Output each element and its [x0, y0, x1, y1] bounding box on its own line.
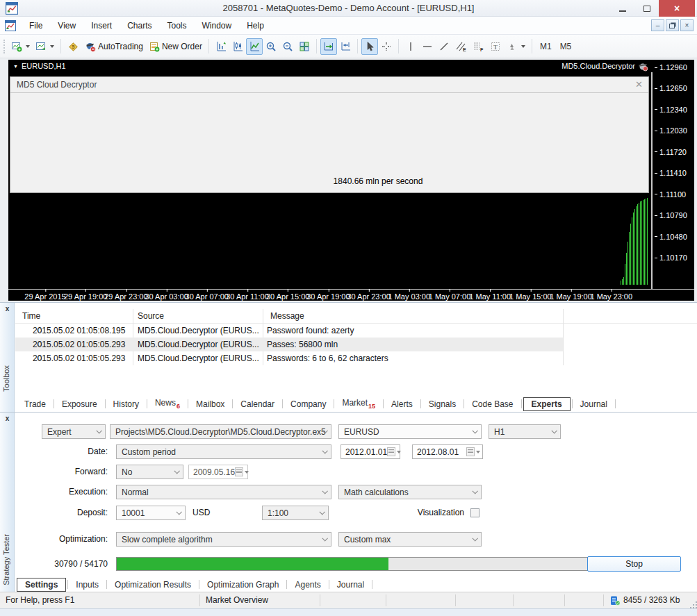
vertical-line-button[interactable] [402, 38, 419, 55]
toolbox-tab-exposure[interactable]: Exposure [56, 397, 104, 411]
execution-mode-select[interactable]: Normal [116, 485, 331, 499]
symbol-select[interactable]: EURUSD [338, 424, 482, 439]
tester-tab-journal[interactable]: Journal [331, 578, 370, 592]
price-axis[interactable]: 1.129601.126501.123401.120301.117201.114… [655, 60, 694, 289]
tester-tab-agents[interactable]: Agents [288, 578, 327, 592]
tester-tab-optimization-results[interactable]: Optimization Results [108, 578, 197, 592]
toolbar-grip[interactable] [3, 40, 6, 53]
timeframe-m1-button[interactable]: M1 [536, 42, 556, 51]
log-row[interactable]: 2015.05.02 01:05:05.293 MD5.Cloud.Decryp… [15, 351, 563, 365]
date-from-field[interactable]: 2012.01.01 [341, 444, 400, 459]
period-select[interactable]: H1 [489, 424, 561, 439]
period-value: H1 [494, 427, 505, 437]
stop-button[interactable]: Stop [587, 556, 681, 572]
chevron-down-icon[interactable] [397, 451, 401, 453]
crosshair-button[interactable] [378, 38, 395, 55]
timeframe-m5-button[interactable]: M5 [556, 42, 576, 51]
time-axis[interactable]: 29 Apr 201529 Apr 19:0029 Apr 23:0030 Ap… [8, 290, 694, 301]
date-to-field[interactable]: 2012.08.01 [412, 444, 483, 459]
menu-file[interactable]: File [22, 17, 50, 35]
close-button[interactable]: × [659, 0, 695, 17]
expert-path-select[interactable]: Projects\MD5.Cloud.Decryptor\MD5.Cloud.D… [110, 424, 331, 439]
equidistant-channel-button[interactable]: E [452, 38, 470, 55]
new-chart-button[interactable] [8, 38, 33, 55]
menu-help[interactable]: Help [239, 17, 272, 35]
trendline-button[interactable] [436, 38, 452, 55]
bar-chart-button[interactable] [213, 38, 229, 55]
leverage-select[interactable]: 1:100 [262, 506, 329, 520]
toolbox-tab-experts[interactable]: Experts [523, 397, 571, 411]
menu-window[interactable]: Window [195, 17, 240, 35]
toolbox-tab-trade[interactable]: Trade [18, 397, 52, 411]
fibonacci-button[interactable]: F [470, 38, 487, 55]
zoom-in-button[interactable] [263, 38, 279, 55]
graphic-objects-button[interactable] [504, 38, 528, 55]
menu-tools[interactable]: Tools [160, 17, 195, 35]
tab-label: Optimization Graph [207, 580, 279, 590]
expert-type-select[interactable]: Expert [42, 424, 106, 439]
new-order-button[interactable]: New Order [146, 38, 205, 55]
autotrading-button[interactable]: AutoTrading [82, 38, 146, 55]
maximize-button[interactable] [635, 0, 659, 17]
toolbox-tab-calendar[interactable]: Calendar [234, 397, 281, 411]
tab-separator [329, 580, 329, 589]
toolbox-close-icon[interactable]: x [0, 305, 15, 313]
chart-canvas[interactable]: ▼ EURUSD,H1 MD5.Cloud.Decryptor MD5 Clou… [8, 60, 694, 301]
one-click-trading-toggle[interactable]: ▼ [13, 64, 18, 69]
toolbox-tab-company[interactable]: Company [284, 397, 332, 411]
minimize-button[interactable] [610, 0, 635, 17]
tester-tab-inputs[interactable]: Inputs [69, 578, 105, 592]
tester-tab-settings[interactable]: Settings [17, 578, 66, 592]
new-chart-icon [11, 41, 22, 52]
chevron-down-icon[interactable] [245, 471, 249, 474]
chart-window-icon[interactable] [5, 20, 16, 31]
column-header-source[interactable]: Source [138, 309, 164, 323]
chart-shift-button[interactable] [337, 38, 354, 55]
forward-mode-select[interactable]: No [116, 465, 183, 479]
mql5-button[interactable]: 5 [65, 38, 82, 55]
tester-close-icon[interactable]: x [0, 415, 15, 422]
calculation-mode-select[interactable]: Math calculations [338, 485, 482, 499]
horizontal-line-button[interactable] [419, 38, 436, 55]
toolbox-tab-market[interactable]: Market15 [336, 396, 382, 412]
toolbox-tab-signals[interactable]: Signals [423, 397, 462, 411]
visualization-checkbox[interactable] [470, 508, 479, 517]
chevron-down-icon[interactable] [476, 451, 480, 453]
toolbox-tab-alerts[interactable]: Alerts [385, 397, 419, 411]
mdi-minimize-button[interactable]: – [651, 19, 664, 31]
column-header-message[interactable]: Message [270, 309, 304, 323]
tile-windows-button[interactable] [296, 38, 313, 55]
resize-grip[interactable] [693, 604, 694, 606]
toolbox-tab-mailbox[interactable]: Mailbox [190, 397, 231, 411]
profiles-button[interactable] [33, 38, 57, 55]
optimization-mode-select[interactable]: Slow complete algorithm [116, 532, 331, 547]
mdi-restore-button[interactable] [666, 19, 679, 31]
zoom-out-button[interactable] [279, 38, 296, 55]
toolbox-tab-news[interactable]: News6 [149, 396, 186, 412]
market-overview-status[interactable]: Market Overview [206, 592, 268, 608]
toolbox-tab-journal[interactable]: Journal [574, 397, 614, 411]
auto-scroll-button[interactable] [320, 38, 337, 55]
forward-date-field[interactable]: 2009.05.16 [188, 465, 248, 479]
calendar-icon[interactable] [466, 447, 475, 456]
menu-view[interactable]: View [50, 17, 83, 35]
column-header-time[interactable]: Time [22, 309, 40, 323]
log-row[interactable]: 2015.05.02 01:05:08.195 MD5.Cloud.Decryp… [15, 324, 563, 338]
mdi-close-button[interactable]: × [680, 19, 694, 31]
cursor-button[interactable] [361, 38, 378, 55]
candlestick-chart-button[interactable] [229, 38, 246, 55]
tester-tab-optimization-graph[interactable]: Optimization Graph [201, 578, 285, 592]
menu-charts[interactable]: Charts [120, 17, 159, 35]
line-chart-button[interactable] [246, 38, 263, 55]
date-mode-select[interactable]: Custom period [116, 444, 331, 459]
optimization-criterion-select[interactable]: Custom max [338, 532, 482, 547]
menu-insert[interactable]: Insert [83, 17, 120, 35]
calendar-icon[interactable] [387, 447, 395, 456]
deposit-select[interactable]: 10001 [116, 506, 186, 520]
calendar-icon[interactable] [235, 467, 243, 476]
text-label-button[interactable]: T [487, 38, 504, 55]
log-row[interactable]: 2015.05.02 01:05:05.293 MD5.Cloud.Decryp… [15, 338, 563, 351]
panel-close-icon[interactable]: ✕ [635, 79, 643, 90]
toolbox-tab-code-base[interactable]: Code Base [466, 397, 519, 411]
toolbox-tab-history[interactable]: History [107, 397, 145, 411]
